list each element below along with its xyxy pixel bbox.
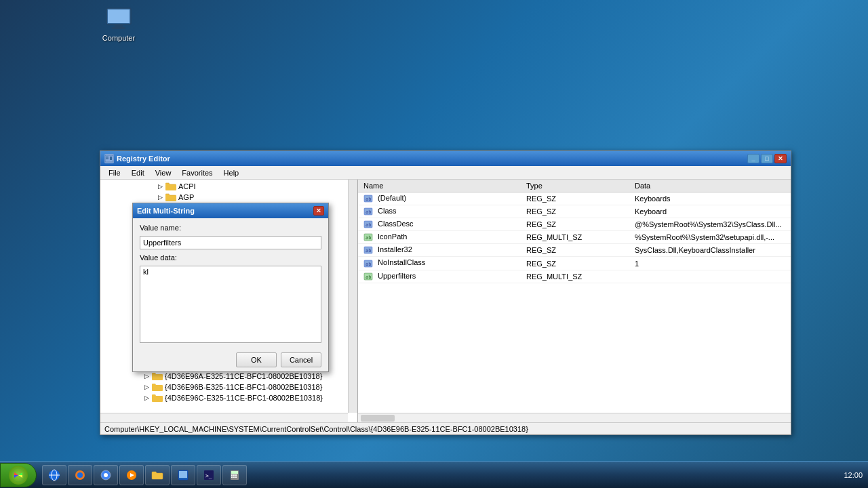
computer-icon[interactable]: Computer — [95, 7, 142, 42]
cancel-button[interactable]: Cancel — [281, 352, 321, 367]
taskbar-folder-button[interactable] — [145, 465, 170, 485]
svg-rect-43 — [235, 476, 237, 478]
svg-rect-33 — [179, 471, 187, 478]
cmd-icon: >_ — [203, 469, 215, 481]
registry-editor-window: Registry Editor _ □ ✕ File Edit View Fav… — [100, 150, 791, 435]
value-data-label: Value data: — [140, 253, 321, 262]
svg-text:>_: >_ — [205, 473, 212, 479]
dialog-buttons: OK Cancel — [133, 348, 328, 371]
taskbar-chrome-button[interactable] — [94, 465, 118, 485]
start-orb-icon — [9, 466, 28, 485]
taskbar-media-button[interactable] — [119, 465, 144, 485]
svg-rect-41 — [231, 476, 233, 478]
dialog-title: Edit Multi-String — [137, 207, 313, 215]
dialog-overlay: Edit Multi-String ✕ Value name: Value da… — [100, 151, 791, 434]
svg-rect-39 — [233, 474, 235, 476]
edit-multistring-dialog: Edit Multi-String ✕ Value name: Value da… — [132, 203, 329, 372]
value-data-textarea[interactable]: kl — [140, 266, 321, 343]
taskbar-windows-button[interactable] — [171, 465, 195, 485]
taskbar-cmd-button[interactable]: >_ — [197, 465, 221, 485]
svg-rect-42 — [233, 476, 235, 478]
svg-rect-37 — [231, 471, 238, 474]
svg-rect-1 — [108, 9, 130, 23]
desktop: Computer Registry Editor _ □ ✕ File — [0, 0, 868, 488]
firefox-icon — [74, 469, 86, 481]
taskbar-ie-button[interactable] — [42, 465, 66, 485]
value-name-label: Value name: — [140, 224, 321, 232]
windows-logo-icon — [11, 468, 26, 483]
taskbar-firefox-button[interactable] — [68, 465, 92, 485]
svg-rect-38 — [231, 474, 233, 476]
dialog-content: Value name: Value data: kl — [133, 218, 328, 348]
calculator-icon — [229, 469, 241, 481]
ie-icon — [48, 469, 60, 481]
computer-svg-icon — [105, 7, 132, 31]
ok-button[interactable]: OK — [236, 352, 277, 367]
start-button[interactable] — [0, 463, 37, 487]
media-player-icon — [125, 469, 138, 481]
taskbar-calculator-button[interactable] — [222, 465, 247, 485]
svg-point-27 — [77, 472, 83, 478]
taskbar-items: >_ — [39, 465, 838, 485]
folder-taskbar-icon — [151, 469, 163, 481]
svg-rect-3 — [112, 27, 125, 29]
windows-icon — [177, 469, 189, 481]
computer-icon-label: Computer — [102, 34, 135, 42]
value-name-input[interactable] — [140, 236, 321, 249]
svg-point-29 — [104, 473, 108, 477]
system-tray: 12:00 — [838, 471, 868, 479]
dialog-titlebar: Edit Multi-String ✕ — [133, 203, 328, 218]
svg-rect-2 — [115, 24, 123, 27]
taskbar: >_ 12:00 — [0, 461, 868, 488]
tray-time: 12:00 — [844, 471, 863, 479]
svg-rect-40 — [235, 474, 237, 476]
chrome-icon — [100, 469, 112, 481]
dialog-close-button[interactable]: ✕ — [313, 206, 324, 216]
